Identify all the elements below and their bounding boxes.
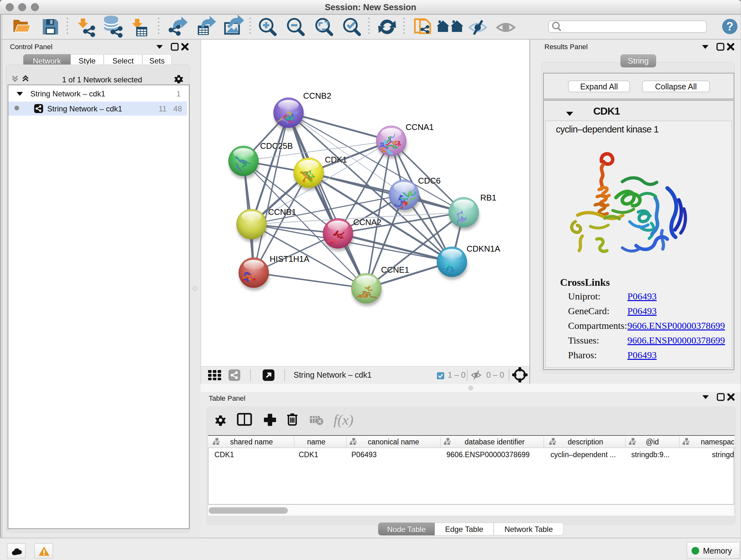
- svg-text:CDC25B: CDC25B: [260, 141, 293, 151]
- svg-text:?: ?: [726, 20, 733, 33]
- svg-text:CCNB1: CCNB1: [268, 207, 296, 217]
- svg-text:CDK1: CDK1: [325, 155, 347, 165]
- svg-text:CCNB2: CCNB2: [303, 91, 331, 101]
- svg-text:String Network – cdk1: String Network – cdk1: [293, 370, 372, 379]
- svg-text:f(x): f(x): [333, 412, 353, 428]
- svg-text:CCNE1: CCNE1: [381, 265, 409, 274]
- svg-text:CDC6: CDC6: [418, 176, 441, 186]
- svg-text:1 – 0: 1 – 0: [448, 370, 466, 379]
- svg-text:RB1: RB1: [480, 193, 496, 202]
- svg-text:CCNA2: CCNA2: [353, 217, 381, 227]
- svg-text:CDKN1A: CDKN1A: [467, 244, 500, 253]
- svg-text:CCNA1: CCNA1: [406, 122, 434, 132]
- svg-text:HIST1H1A: HIST1H1A: [270, 254, 310, 264]
- svg-text:0 – 0: 0 – 0: [486, 370, 504, 379]
